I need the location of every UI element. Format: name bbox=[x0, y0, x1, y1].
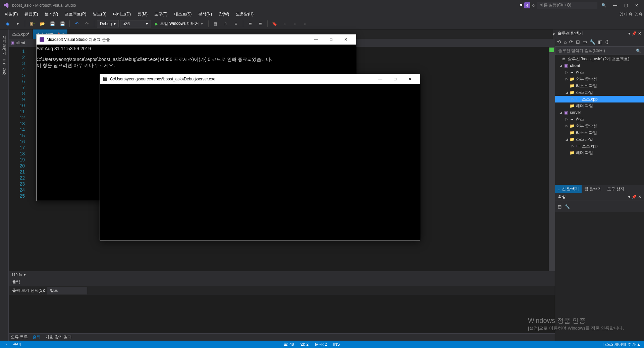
tab-output[interactable]: 출력 bbox=[33, 334, 41, 340]
server-console-window[interactable]: C:\Users\yeong\source\repos\boost_asio\D… bbox=[100, 74, 420, 240]
console-maximize-button[interactable]: □ bbox=[324, 35, 338, 44]
toolbar-icon-8[interactable]: ⟐ bbox=[301, 19, 309, 28]
soln-show-all-icon[interactable]: ▭ bbox=[583, 39, 587, 45]
menu-analyze[interactable]: 분석(N) bbox=[195, 10, 215, 18]
pane-tab-solution[interactable]: …션 탐색기 bbox=[555, 185, 582, 193]
menu-window[interactable]: 창(W) bbox=[215, 10, 232, 18]
props-alpha-icon[interactable]: 🔧 bbox=[565, 204, 570, 209]
tree-server-src-cpp[interactable]: ▷++소스.cpp bbox=[555, 143, 644, 149]
server-console-titlebar[interactable]: C:\Users\yeong\source\repos\boost_asio\D… bbox=[100, 74, 420, 84]
server-console-body[interactable] bbox=[100, 84, 420, 240]
soln-code-icon[interactable]: ⟨⟩ bbox=[605, 39, 608, 45]
platform-dropdown[interactable]: x86▾ bbox=[120, 20, 151, 27]
toolbox-tab[interactable]: 도구 상자 bbox=[1, 55, 7, 75]
tree-project-client[interactable]: ◢▣client bbox=[555, 62, 644, 69]
pane-pin-icon[interactable]: 📌 bbox=[632, 195, 637, 199]
close-button[interactable]: ✕ bbox=[632, 2, 641, 9]
config-dropdown[interactable]: Debug▾ bbox=[97, 20, 119, 27]
flag-icon[interactable]: ⚑ bbox=[519, 3, 523, 8]
pane-dropdown-icon[interactable]: ▾ bbox=[628, 195, 630, 199]
pane-tab-toolbox[interactable]: 도구 상자 bbox=[604, 185, 627, 193]
menu-help[interactable]: 도움말(H) bbox=[232, 10, 257, 18]
toolbar-icon-4[interactable]: ≣ bbox=[246, 19, 255, 28]
server-explorer-tab[interactable]: 서버 탐색기 bbox=[1, 31, 7, 54]
save-button[interactable]: 💾 bbox=[48, 19, 57, 28]
tree-client-res[interactable]: 📁리소스 파일 bbox=[555, 82, 644, 89]
solution-search-input[interactable]: 솔루션 탐색기 검색(Ctrl+;) 🔍 bbox=[555, 47, 644, 55]
toolbar-icon-5[interactable]: ≣ bbox=[256, 19, 265, 28]
tree-client-refs[interactable]: ▷▪▪참조 bbox=[555, 69, 644, 76]
bookmark-icon[interactable]: 🔖 bbox=[270, 19, 279, 28]
open-file-button[interactable]: 📂 bbox=[38, 19, 47, 28]
new-project-button[interactable]: ▣+ bbox=[28, 19, 37, 28]
redo-button[interactable]: ↷ bbox=[83, 19, 91, 28]
feedback-icon[interactable]: ☺ bbox=[532, 3, 536, 8]
tab-error-list[interactable]: 오류 목록 bbox=[11, 334, 28, 340]
quick-launch-input[interactable]: 빠른 실행(Ctrl+Q) bbox=[537, 2, 597, 9]
soln-back-icon[interactable]: ⟲ bbox=[557, 39, 561, 45]
tree-solution-root[interactable]: ⧉솔루션 'boost_asio' (2개 프로젝트) bbox=[555, 56, 644, 62]
menu-edit[interactable]: 편집(E) bbox=[21, 10, 41, 18]
debug-console-titlebar[interactable]: Microsoft Visual Studio 디버그 콘솔 — □ ✕ bbox=[37, 34, 356, 45]
console-minimize-button[interactable]: — bbox=[309, 35, 324, 44]
tree-server-hdr[interactable]: 📁헤더 파일 bbox=[555, 149, 644, 156]
scope-dropdown[interactable]: ▣ client bbox=[11, 41, 25, 45]
toolbar-icon-6[interactable]: ⟐ bbox=[280, 19, 289, 28]
back-button[interactable]: ◉ bbox=[3, 19, 12, 28]
user-badge[interactable]: 영유 bbox=[635, 11, 643, 17]
output-text[interactable] bbox=[9, 295, 555, 333]
save-all-button[interactable]: 💾 bbox=[58, 19, 67, 28]
menu-view[interactable]: 보기(V) bbox=[41, 10, 61, 18]
toolbar-icon-3[interactable]: ≡ bbox=[231, 19, 240, 28]
soln-preview-icon[interactable]: ◧ bbox=[598, 39, 602, 45]
menu-debug[interactable]: 디버그(D) bbox=[110, 10, 134, 18]
overview-ruler[interactable] bbox=[549, 47, 555, 271]
user-name[interactable]: 영재 유 bbox=[620, 11, 633, 17]
tree-project-server[interactable]: ◢▣server bbox=[555, 109, 644, 116]
pane-close-icon[interactable]: ✕ bbox=[638, 31, 641, 36]
search-icon[interactable]: 🔍 bbox=[601, 3, 606, 8]
menu-build[interactable]: 빌드(B) bbox=[90, 10, 110, 18]
output-source-dropdown[interactable]: 빌드 bbox=[47, 287, 87, 294]
menu-project[interactable]: 프로젝트(P) bbox=[61, 10, 90, 18]
props-categorized-icon[interactable]: ▤ bbox=[558, 204, 561, 209]
pane-close-icon[interactable]: ✕ bbox=[638, 195, 641, 199]
console-minimize-button[interactable]: — bbox=[373, 74, 388, 84]
pane-pin-icon[interactable]: 📌 bbox=[632, 31, 637, 36]
menu-team[interactable]: 팀(M) bbox=[134, 10, 151, 18]
tree-client-hdr[interactable]: 📁헤더 파일 bbox=[555, 102, 644, 109]
soln-sync-icon[interactable]: ⟳ bbox=[569, 39, 573, 45]
tree-server-src[interactable]: ◢📁소스 파일 bbox=[555, 136, 644, 143]
soln-properties-icon[interactable]: 🔧 bbox=[590, 39, 595, 45]
menu-tools[interactable]: 도구(T) bbox=[151, 10, 171, 18]
console-maximize-button[interactable]: □ bbox=[388, 74, 402, 84]
pane-dropdown-icon[interactable]: ▾ bbox=[628, 31, 630, 36]
minimize-button[interactable]: — bbox=[610, 2, 620, 9]
forward-button[interactable]: ▾ bbox=[13, 19, 22, 28]
console-close-button[interactable]: ✕ bbox=[338, 35, 353, 44]
zoom-level[interactable]: 119 % bbox=[11, 273, 22, 277]
toolbar-icon-1[interactable]: ▦ bbox=[211, 19, 220, 28]
soln-home-icon[interactable]: ⌂ bbox=[564, 39, 567, 45]
soln-collapse-icon[interactable]: ⊟ bbox=[576, 39, 580, 45]
status-source-control[interactable]: ↑ 소스 제어에 추가 ▲ bbox=[602, 342, 641, 347]
toolbar-icon-7[interactable]: ⟐ bbox=[290, 19, 299, 28]
start-debug-button[interactable]: ▶로컬 Windows 디버거▾ bbox=[152, 21, 205, 26]
toolbar-icon-2[interactable]: ⎍ bbox=[221, 19, 230, 28]
properties-grid[interactable] bbox=[555, 212, 644, 341]
menu-file[interactable]: 파일(F) bbox=[1, 10, 21, 18]
tab-find-results[interactable]: 기호 찾기 결과 bbox=[45, 334, 72, 340]
tree-client-src[interactable]: ◢📁소스 파일 bbox=[555, 89, 644, 96]
tab-source-1[interactable]: 소스.cpp* bbox=[9, 29, 33, 39]
maximize-button[interactable]: ▢ bbox=[621, 2, 631, 9]
notification-badge[interactable]: 4 bbox=[524, 2, 530, 8]
undo-button[interactable]: ↶ bbox=[72, 19, 81, 28]
menu-test[interactable]: 테스트(S) bbox=[171, 10, 195, 18]
console-close-button[interactable]: ✕ bbox=[402, 74, 417, 84]
tree-client-src-cpp[interactable]: ▷++소스.cpp bbox=[555, 96, 644, 102]
zoom-dropdown-icon[interactable]: ▾ bbox=[24, 273, 26, 277]
pane-tab-team[interactable]: 팀 탐색기 bbox=[582, 185, 604, 193]
tree-server-ext[interactable]: ▷📁외부 종속성 bbox=[555, 123, 644, 129]
tree-server-res[interactable]: 📁리소스 파일 bbox=[555, 129, 644, 136]
tree-server-refs[interactable]: ▷▪▪참조 bbox=[555, 116, 644, 123]
